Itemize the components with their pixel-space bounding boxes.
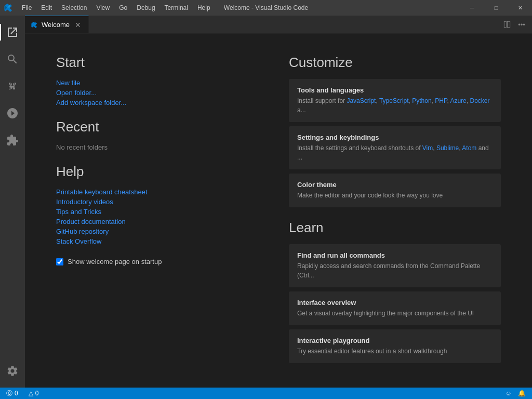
python-highlight: Python [412,97,431,104]
help-title: Help [56,164,268,180]
learn-title: Learn [289,220,501,236]
menu-help[interactable]: Help [193,2,215,14]
source-control-activity-icon[interactable] [0,74,25,99]
welcome-tab-label: Welcome [42,21,70,29]
php-highlight: PHP [435,97,447,104]
menu-view[interactable]: View [92,2,114,14]
minimize-button[interactable]: ─ [460,0,484,16]
feedback-icon: ☺ [506,390,512,397]
status-right: ☺ 🔔 [503,388,528,399]
customize-section: Customize Tools and languages Install su… [289,55,501,207]
azure-highlight: Azure [450,97,466,104]
warning-count: 0 [35,390,39,397]
settings-keybindings-desc: Install the settings and keyboard shortc… [297,143,493,162]
interactive-playground-desc: Try essential editor features out in a s… [297,347,493,356]
search-activity-icon[interactable] [0,47,25,72]
help-section: Help Printable keyboard cheatsheet Intro… [56,164,268,245]
open-folder-link[interactable]: Open folder... [56,89,268,97]
welcome-content: Start New file Open folder... Add worksp… [25,34,532,388]
left-column: Start New file Open folder... Add worksp… [56,55,268,376]
vscode-logo [4,4,12,12]
learn-section: Learn Find and run all commands Rapidly … [289,220,501,363]
find-commands-card[interactable]: Find and run all commands Rapidly access… [289,244,501,287]
menu-selection[interactable]: Selection [57,2,91,14]
github-repo-link[interactable]: GitHub repository [56,228,268,235]
start-title: Start [56,55,268,71]
warnings-status[interactable]: △ 0 [26,388,41,399]
show-welcome-label[interactable]: Show welcome page on startup [68,258,162,265]
notifications-icon: 🔔 [518,390,526,397]
menu-edit[interactable]: Edit [37,2,56,14]
explorer-activity-icon[interactable] [0,20,25,45]
status-bar: ⓪ 0 △ 0 ☺ 🔔 [0,388,532,399]
keyboard-cheatsheet-link[interactable]: Printable keyboard cheatsheet [56,188,268,196]
settings-activity-icon[interactable] [0,358,25,383]
interface-overview-card[interactable]: Interface overview Get a visual overlay … [289,291,501,325]
activity-bottom [0,358,25,383]
menu-terminal[interactable]: Terminal [161,2,192,14]
tools-languages-desc: Install support for JavaScript, TypeScri… [297,96,493,115]
docker-highlight: Docker [470,97,489,104]
split-editor-button[interactable] [501,18,513,31]
error-count: 0 [15,390,18,397]
tools-languages-title: Tools and languages [297,86,493,94]
interface-overview-title: Interface overview [297,299,493,307]
find-commands-title: Find and run all commands [297,251,493,259]
settings-keybindings-title: Settings and keybindings [297,134,493,141]
errors-status[interactable]: ⓪ 0 [4,388,20,399]
intro-videos-link[interactable]: Introductory videos [56,198,268,206]
add-workspace-link[interactable]: Add workspace folder... [56,99,268,107]
menu-debug[interactable]: Debug [132,2,159,14]
no-recent-message: No recent folders [56,143,268,151]
start-section: Start New file Open folder... Add worksp… [56,55,268,107]
customize-title: Customize [289,55,501,71]
titlebar: File Edit Selection View Go Debug Termin… [0,0,532,16]
find-commands-desc: Rapidly access and search commands from … [297,261,493,280]
menu-bar: File Edit Selection View Go Debug Termin… [18,2,215,14]
tools-languages-card[interactable]: Tools and languages Install support for … [289,79,501,122]
window-title: Welcome - Visual Studio Code [224,4,308,11]
activity-bar [0,16,25,388]
vim-highlight: Vim [422,144,433,152]
color-theme-desc: Make the editor and your code look the w… [297,191,493,200]
error-icon: ⓪ [6,389,12,398]
tab-bar: Welcome ✕ ••• [25,16,532,34]
feedback-button[interactable]: ☺ [503,388,514,399]
interactive-playground-title: Interactive playground [297,337,493,344]
startup-checkbox-area: Show welcome page on startup [56,258,268,265]
close-button[interactable]: ✕ [508,0,532,16]
interactive-playground-card[interactable]: Interactive playground Try essential edi… [289,329,501,363]
app: Welcome ✕ ••• Start New file Open folder… [0,16,532,388]
notifications-button[interactable]: 🔔 [516,388,528,399]
extensions-activity-icon[interactable] [0,128,25,153]
sublime-highlight: Sublime [436,144,459,152]
recent-section: Recent No recent folders [56,119,268,151]
recent-title: Recent [56,119,268,135]
maximize-button[interactable]: □ [484,0,508,16]
ts-highlight: TypeScript [379,97,409,104]
more-actions-button[interactable]: ••• [515,18,528,31]
stackoverflow-link[interactable]: Stack Overflow [56,237,268,245]
tab-actions: ••• [497,16,532,33]
show-welcome-checkbox[interactable] [56,258,63,265]
js-highlight: JavaScript [347,97,376,104]
color-theme-title: Color theme [297,181,493,189]
titlebar-right: ─ □ ✕ [460,0,532,16]
interface-overview-desc: Get a visual overlay highlighting the ma… [297,309,493,318]
tips-tricks-link[interactable]: Tips and Tricks [56,208,268,216]
color-theme-card[interactable]: Color theme Make the editor and your cod… [289,174,501,207]
product-docs-link[interactable]: Product documentation [56,218,268,225]
menu-file[interactable]: File [18,2,36,14]
run-activity-icon[interactable] [0,101,25,126]
welcome-tab-close[interactable]: ✕ [74,21,82,29]
new-file-link[interactable]: New file [56,79,268,87]
warning-icon: △ [29,390,33,397]
settings-keybindings-card[interactable]: Settings and keybindings Install the set… [289,126,501,169]
welcome-tab[interactable]: Welcome ✕ [25,16,89,33]
atom-highlight: Atom [462,144,476,152]
right-column: Customize Tools and languages Install su… [289,55,501,376]
titlebar-left: File Edit Selection View Go Debug Termin… [4,2,215,14]
menu-go[interactable]: Go [115,2,131,14]
editor-area: Welcome ✕ ••• Start New file Open folder… [25,16,532,388]
